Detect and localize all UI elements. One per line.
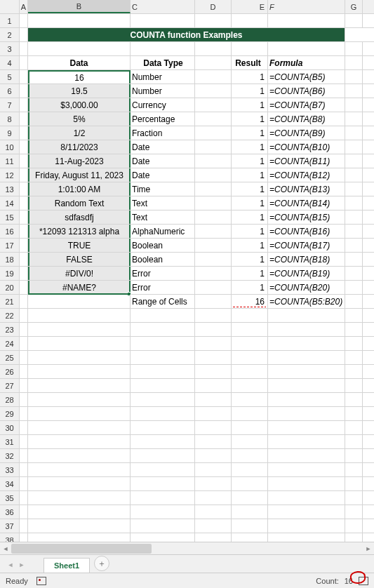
cell-A29[interactable] — [20, 407, 28, 420]
row-header-11[interactable]: 11 — [0, 154, 20, 168]
cell-G16[interactable] — [345, 225, 363, 238]
cell-D21[interactable] — [195, 295, 232, 308]
cell-A35[interactable] — [20, 491, 28, 505]
cell-F17[interactable]: =COUNTA(B17) — [268, 239, 345, 252]
row-header-24[interactable]: 24 — [0, 337, 20, 350]
cell-E25[interactable] — [232, 351, 268, 364]
cell-E34[interactable] — [232, 477, 268, 490]
cell-D26[interactable] — [195, 365, 232, 378]
col-header-D[interactable]: D — [195, 0, 232, 13]
cell-G24[interactable] — [345, 337, 363, 350]
cell-F31[interactable] — [268, 435, 345, 448]
cell-C34[interactable] — [131, 477, 195, 490]
cell-A19[interactable] — [20, 267, 28, 280]
cell-G12[interactable] — [345, 168, 363, 182]
scroll-right-icon[interactable]: ► — [363, 544, 374, 554]
cell-D13[interactable] — [195, 182, 232, 196]
cell-G21[interactable] — [345, 295, 363, 308]
row-header-13[interactable]: 13 — [0, 182, 20, 196]
horizontal-scrollbar[interactable]: ◄ ► — [0, 542, 374, 554]
cell-C21[interactable]: Range of Cells — [131, 295, 195, 308]
cell-A25[interactable] — [20, 351, 28, 364]
cell-F13[interactable]: =COUNTA(B13) — [268, 182, 345, 196]
add-sheet-button[interactable]: ＋ — [94, 556, 109, 571]
scroll-left-icon[interactable]: ◄ — [0, 544, 11, 554]
cell-D4[interactable] — [195, 56, 232, 69]
cell-A11[interactable] — [20, 154, 28, 168]
row-header-17[interactable]: 17 — [0, 239, 20, 252]
cell-D20[interactable] — [195, 281, 232, 294]
col-header-G[interactable]: G — [345, 0, 363, 13]
cell-B25[interactable] — [28, 351, 131, 364]
row-header-22[interactable]: 22 — [0, 309, 20, 322]
cell-D15[interactable] — [195, 211, 232, 224]
cell-E16[interactable]: 1 — [232, 225, 268, 238]
cell-F22[interactable] — [268, 309, 345, 322]
cell-A37[interactable] — [20, 519, 28, 533]
cell-A17[interactable] — [20, 239, 28, 252]
cell-G10[interactable] — [345, 140, 363, 154]
row-header-6[interactable]: 6 — [0, 84, 20, 98]
row-header-21[interactable]: 21 — [0, 295, 20, 308]
cell-B24[interactable] — [28, 337, 131, 350]
cell-B18[interactable]: FALSE — [28, 253, 131, 266]
row-header-23[interactable]: 23 — [0, 323, 20, 336]
row-header-12[interactable]: 12 — [0, 168, 20, 182]
row-header-20[interactable]: 20 — [0, 281, 20, 294]
header-type[interactable]: Data Type — [131, 56, 195, 69]
cell-F3[interactable] — [268, 42, 345, 55]
row-header-3[interactable]: 3 — [0, 42, 20, 55]
col-header-F[interactable]: F — [268, 0, 345, 13]
col-header-C[interactable]: C — [131, 0, 195, 13]
row-header-16[interactable]: 16 — [0, 225, 20, 238]
cell-E9[interactable]: 1 — [232, 126, 268, 140]
cell-G29[interactable] — [345, 407, 363, 420]
cell-E31[interactable] — [232, 435, 268, 448]
cell-B20[interactable]: #NAME? — [28, 281, 131, 294]
cell-B5[interactable]: 16 — [28, 70, 131, 83]
title-cell[interactable]: COUNTA function Examples — [28, 28, 345, 41]
row-header-9[interactable]: 9 — [0, 126, 20, 140]
row-header-28[interactable]: 28 — [0, 393, 20, 406]
cell-G4[interactable] — [345, 56, 363, 69]
cell-A5[interactable] — [20, 70, 28, 83]
cell-D33[interactable] — [195, 463, 232, 476]
row-header-37[interactable]: 37 — [0, 519, 20, 533]
cell-G28[interactable] — [345, 393, 363, 406]
cell-A14[interactable] — [20, 196, 28, 210]
cell-F33[interactable] — [268, 463, 345, 476]
cell-E5[interactable]: 1 — [232, 70, 268, 83]
cell-C1[interactable] — [131, 14, 195, 27]
sheet-tab-active[interactable]: Sheet1 — [44, 558, 90, 573]
row-header-25[interactable]: 25 — [0, 351, 20, 364]
cell-C19[interactable]: Error — [131, 267, 195, 280]
cell-G3[interactable] — [345, 42, 363, 55]
cell-A33[interactable] — [20, 463, 28, 476]
cell-E17[interactable]: 1 — [232, 239, 268, 252]
cell-C13[interactable]: Time — [131, 182, 195, 196]
cell-A16[interactable] — [20, 225, 28, 238]
row-header-32[interactable]: 32 — [0, 449, 20, 462]
cell-E20[interactable]: 1 — [232, 281, 268, 294]
cell-D1[interactable] — [195, 14, 232, 27]
cell-C7[interactable]: Currency — [131, 98, 195, 112]
cell-G8[interactable] — [345, 112, 363, 126]
display-settings-icon[interactable] — [359, 577, 368, 585]
cell-D10[interactable] — [195, 140, 232, 154]
cell-D32[interactable] — [195, 449, 232, 462]
cell-C15[interactable]: Text — [131, 211, 195, 224]
cell-B17[interactable]: TRUE — [28, 239, 131, 252]
cell-E30[interactable] — [232, 421, 268, 434]
scroll-thumb[interactable] — [11, 544, 152, 554]
cell-G9[interactable] — [345, 126, 363, 140]
cell-D18[interactable] — [195, 253, 232, 266]
cell-F30[interactable] — [268, 421, 345, 434]
cell-B28[interactable] — [28, 393, 131, 406]
scroll-track[interactable] — [11, 544, 363, 554]
cell-F20[interactable]: =COUNTA(B20) — [268, 281, 345, 294]
cell-F37[interactable] — [268, 519, 345, 533]
cell-C35[interactable] — [131, 491, 195, 505]
cell-C5[interactable]: Number — [131, 70, 195, 83]
cell-E8[interactable]: 1 — [232, 112, 268, 126]
cell-F19[interactable]: =COUNTA(B19) — [268, 267, 345, 280]
